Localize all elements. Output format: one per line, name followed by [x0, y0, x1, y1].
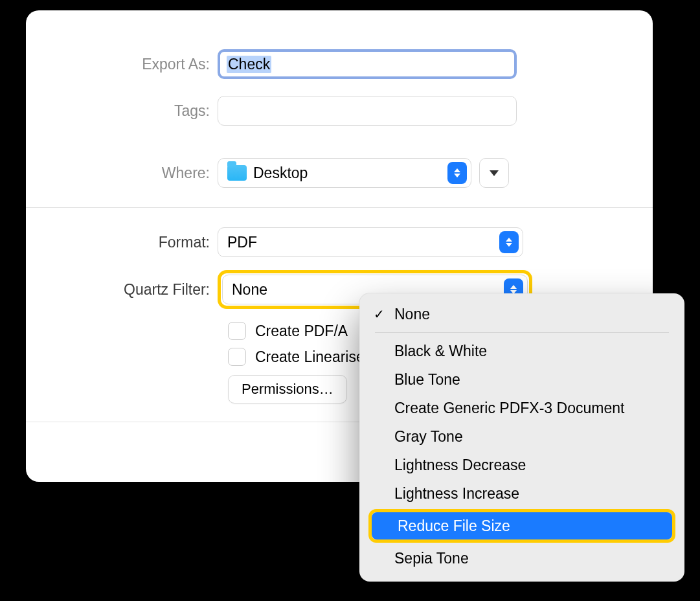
export-as-input[interactable]: Check: [218, 49, 517, 79]
create-linearised-label: Create Linearise: [255, 348, 365, 366]
check-icon: ✓: [374, 306, 385, 322]
expand-location-button[interactable]: [479, 158, 509, 188]
menu-item[interactable]: Lightness Decrease: [366, 451, 678, 479]
permissions-label: Permissions…: [242, 381, 333, 398]
quartz-filter-label: Quartz Filter:: [26, 281, 218, 299]
updown-icon: [447, 162, 467, 184]
export-as-label: Export As:: [26, 56, 218, 73]
menu-item-label: None: [394, 306, 430, 323]
where-value: Desktop: [253, 164, 308, 182]
where-select[interactable]: Desktop: [218, 158, 471, 188]
menu-item[interactable]: Lightness Increase: [366, 479, 678, 508]
menu-item-reduce-file-size[interactable]: Reduce File Size: [372, 512, 672, 539]
menu-item-label: Lightness Decrease: [394, 457, 526, 474]
menu-item[interactable]: Sepia Tone: [366, 544, 678, 573]
updown-icon: [499, 231, 519, 253]
divider: [26, 207, 653, 208]
menu-item-label: Gray Tone: [394, 428, 463, 446]
menu-item-label: Sepia Tone: [394, 550, 469, 567]
quartz-filter-menu: ✓ None Black & White Blue Tone Create Ge…: [359, 293, 684, 582]
menu-item[interactable]: Blue Tone: [366, 365, 678, 394]
tags-label: Tags:: [26, 102, 218, 120]
format-value: PDF: [227, 234, 257, 251]
format-label: Format:: [26, 234, 218, 251]
menu-item-none[interactable]: ✓ None: [366, 300, 678, 328]
menu-item-highlight: Reduce File Size: [368, 509, 675, 543]
menu-item[interactable]: Create Generic PDFX-3 Document: [366, 394, 678, 422]
menu-separator: [375, 332, 669, 333]
menu-item[interactable]: Black & White: [366, 337, 678, 365]
tags-input[interactable]: [218, 96, 517, 126]
menu-item-label: Reduce File Size: [398, 517, 510, 535]
menu-item-label: Black & White: [394, 343, 487, 360]
create-pdfa-label: Create PDF/A: [255, 323, 348, 340]
create-linearised-checkbox[interactable]: [228, 348, 246, 366]
export-as-value: Check: [227, 56, 271, 73]
create-pdfa-checkbox[interactable]: [228, 322, 246, 340]
menu-item-label: Create Generic PDFX-3 Document: [394, 400, 624, 417]
format-select[interactable]: PDF: [218, 227, 523, 257]
where-label: Where:: [26, 164, 218, 182]
menu-item-label: Blue Tone: [394, 371, 460, 389]
menu-item[interactable]: Gray Tone: [366, 422, 678, 451]
quartz-filter-value: None: [232, 281, 267, 299]
menu-item-label: Lightness Increase: [394, 485, 519, 503]
chevron-down-icon: [490, 170, 499, 176]
permissions-button[interactable]: Permissions…: [228, 375, 347, 403]
folder-icon: [227, 165, 247, 181]
